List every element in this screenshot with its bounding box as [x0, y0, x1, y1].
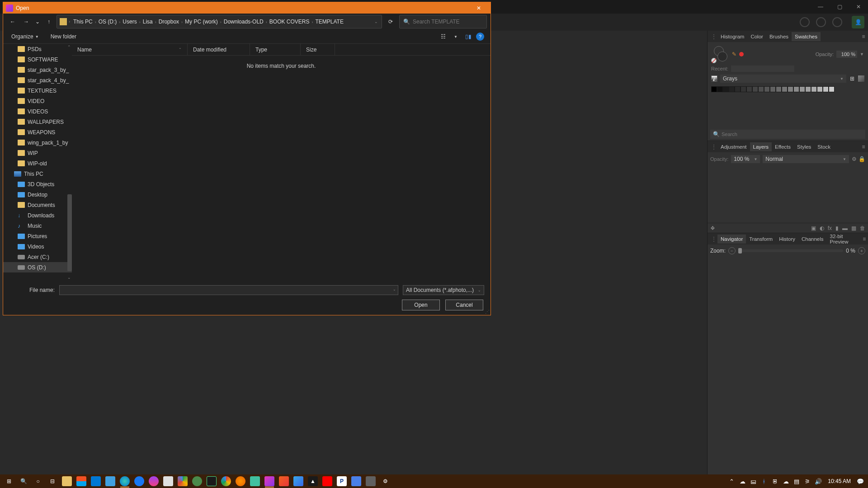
cortana-button[interactable]: ○ — [32, 475, 44, 488]
wifi-icon[interactable]: ⚞ — [802, 475, 812, 488]
tree-item[interactable]: ♪Music — [3, 221, 72, 231]
search-box[interactable]: 🔍 — [399, 15, 487, 28]
swatch[interactable] — [782, 86, 788, 92]
toolbar-circle-icon[interactable] — [797, 16, 812, 28]
refresh-button[interactable]: ⟳ — [384, 15, 397, 28]
filename-input[interactable]: ⌄ — [59, 285, 398, 295]
edit-palette-icon[interactable] — [858, 75, 864, 82]
app-icon[interactable] — [249, 475, 261, 488]
crop-icon[interactable]: ▮ — [835, 225, 839, 231]
tree-item[interactable]: star_pack_3_by_ — [3, 65, 72, 75]
zoom-out-button[interactable]: − — [728, 247, 736, 254]
close-app-button[interactable]: ✕ — [849, 0, 868, 14]
app-icon[interactable]: ▲ — [307, 475, 319, 488]
tab-effects[interactable]: Effects — [772, 142, 794, 151]
pixel-icon[interactable]: ▦ — [851, 225, 856, 231]
tree-item[interactable]: star_pack_4_by_ — [3, 75, 72, 85]
volume-icon[interactable]: 🔊 — [813, 475, 823, 488]
swatch[interactable] — [729, 86, 735, 92]
preview-pane-button[interactable]: ▯▮ — [463, 32, 473, 41]
app-icon[interactable] — [350, 475, 363, 488]
swatch[interactable] — [764, 86, 770, 92]
resize-grip[interactable]: ⋰ — [485, 309, 490, 314]
tree-item[interactable]: WIP — [3, 148, 72, 158]
tab-history[interactable]: History — [776, 235, 798, 244]
swatch[interactable] — [711, 86, 717, 92]
youtube-icon[interactable] — [321, 475, 334, 488]
chevron-down-icon[interactable]: ⌄ — [393, 287, 396, 291]
tree-item[interactable]: Videos — [3, 241, 72, 252]
tab-channels[interactable]: Channels — [798, 235, 827, 244]
minimize-button[interactable]: — — [811, 0, 830, 14]
swatch-search[interactable]: 🔍 — [710, 130, 865, 139]
paypal-icon[interactable]: P — [335, 475, 348, 488]
tree-item[interactable]: WALLPAPERS — [3, 117, 72, 127]
tree-item[interactable]: TEXTURES — [3, 85, 72, 96]
adjustment-icon[interactable]: ◐ — [820, 225, 824, 231]
close-dialog-button[interactable]: ✕ — [470, 5, 488, 11]
scrollbar-thumb[interactable] — [67, 194, 72, 271]
new-folder-button[interactable]: New folder — [49, 32, 78, 42]
breadcrumb[interactable]: Users — [121, 18, 138, 26]
tree-item[interactable]: WEAPONS — [3, 127, 72, 137]
gear-icon[interactable]: ⚙ — [852, 156, 857, 162]
messenger-icon[interactable] — [147, 475, 160, 488]
search-input[interactable] — [413, 19, 483, 25]
usb-icon[interactable]: 🖴 — [748, 475, 758, 488]
tab-navigator[interactable]: Navigator — [717, 235, 746, 244]
input-icon[interactable]: ▤ — [792, 475, 802, 488]
onedrive-icon[interactable]: ☁ — [781, 475, 791, 488]
breadcrumb[interactable]: Lisa — [142, 18, 154, 26]
tab-styles[interactable]: Styles — [794, 142, 814, 151]
tab-adjustment[interactable]: Adjustment — [717, 142, 750, 151]
tree-item[interactable]: Pictures — [3, 231, 72, 241]
toolbar-circle-icon[interactable] — [830, 16, 844, 28]
swatch[interactable] — [758, 86, 764, 92]
back-button[interactable]: ← — [7, 16, 19, 28]
app-icon[interactable] — [162, 475, 175, 488]
app-icon[interactable] — [205, 475, 218, 488]
tab-swatches[interactable]: Swatches — [792, 32, 821, 41]
up-button[interactable]: ↑ — [43, 16, 55, 28]
color-wells[interactable] — [711, 45, 729, 63]
search-input[interactable] — [722, 131, 863, 137]
breadcrumb[interactable]: Dropbox — [157, 18, 180, 26]
organize-button[interactable]: Organize▼ — [9, 32, 41, 42]
breadcrumb[interactable]: OS (D:) — [97, 18, 118, 26]
tab-stock[interactable]: Stock — [814, 142, 834, 151]
edge-icon[interactable] — [118, 475, 131, 488]
swatch[interactable] — [829, 86, 835, 92]
app-icon[interactable] — [104, 475, 117, 488]
palette-select[interactable]: Grays▼ — [720, 75, 846, 83]
folder-tree[interactable]: PSDsSOFTWAREstar_pack_3_by_star_pack_4_b… — [3, 44, 72, 281]
breadcrumb[interactable]: BOOK COVERS — [268, 18, 311, 26]
drive-icon[interactable] — [176, 475, 189, 488]
affinity-publisher-icon[interactable] — [278, 475, 290, 488]
chevron-down-icon[interactable]: ⌄ — [373, 19, 379, 24]
blend-mode-select[interactable]: Normal▼ — [763, 155, 849, 163]
col-name[interactable]: Name⌃ — [72, 44, 188, 55]
app-icon[interactable] — [364, 475, 377, 488]
swatch[interactable] — [788, 86, 793, 92]
tree-item[interactable]: ↓Downloads — [3, 210, 72, 221]
swatch[interactable] — [805, 86, 811, 92]
open-button[interactable]: Open — [402, 300, 440, 310]
security-icon[interactable]: ⛨ — [770, 475, 780, 488]
account-button[interactable]: 👤 — [852, 16, 864, 28]
swatch[interactable] — [752, 86, 758, 92]
panel-menu-icon[interactable]: ≡ — [860, 236, 868, 242]
tab-histogram[interactable]: Histogram — [717, 32, 747, 41]
tab-32bit[interactable]: 32-bit Preview — [827, 232, 861, 246]
swatch[interactable] — [823, 86, 829, 92]
taskview-button[interactable]: ⊟ — [46, 475, 59, 488]
fx-icon[interactable]: fx — [828, 225, 832, 231]
store-icon[interactable] — [75, 475, 88, 488]
explorer-icon[interactable] — [61, 475, 73, 488]
tree-item[interactable]: Acer (C:) — [3, 252, 72, 262]
view-dropdown[interactable]: ▼ — [451, 32, 461, 41]
panel-menu-icon[interactable]: ≡ — [859, 144, 868, 150]
filetype-select[interactable]: All Documents (*.afphoto,...)⌄ — [403, 285, 484, 295]
opacity-value[interactable]: 100 % — [836, 51, 857, 58]
zoom-in-button[interactable]: + — [858, 247, 865, 254]
cancel-button[interactable]: Cancel — [445, 300, 483, 310]
